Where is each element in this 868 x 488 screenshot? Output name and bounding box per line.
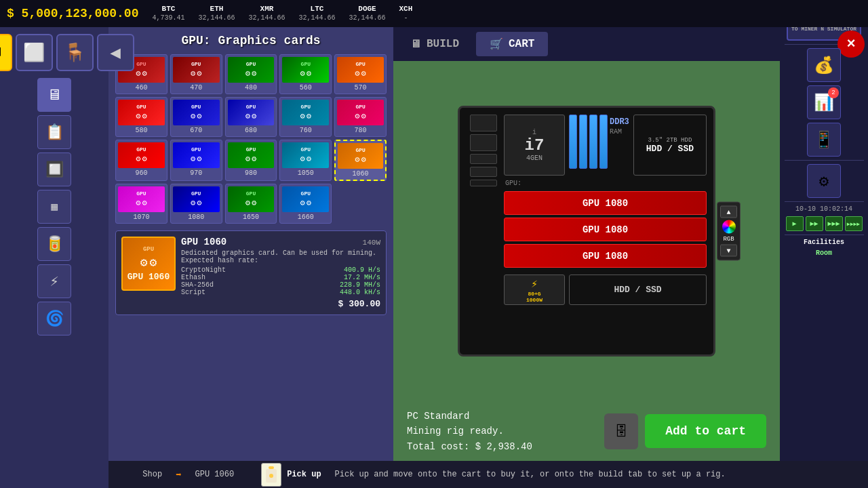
divider-3: [785, 201, 864, 202]
nav-item-cooling[interactable]: 🌀: [37, 302, 71, 336]
lightning-icon: ⚡: [531, 277, 538, 291]
gpu-card-1070[interactable]: GPU ⚙⚙ 1070: [115, 184, 167, 224]
nav-item-list[interactable]: 📋: [37, 115, 71, 149]
cart-icon: 🛒: [490, 37, 503, 51]
svg-rect-0: [269, 466, 274, 469]
pc-top-row: i i7 4GEN DDR3 RAM: [504, 115, 707, 176]
gpu-card-480[interactable]: GPU ⚙⚙ 480: [225, 54, 277, 94]
pc-slot-5: [470, 180, 497, 186]
gpu-card-970[interactable]: GPU ⚙⚙ 970: [170, 140, 222, 181]
nav-item-power[interactable]: ⚡: [37, 264, 71, 298]
gpu-slot-row: GPU 1080 GPU 1080 GPU 1080: [504, 191, 707, 268]
nav-icon-settings[interactable]: ⚙: [807, 164, 841, 198]
detail-price: $ 300.00: [181, 299, 380, 309]
pickup-icon: [261, 463, 281, 487]
nav-item-cpu[interactable]: 🔲: [37, 152, 71, 186]
gpu-card-570[interactable]: GPU ⚙⚙ 570: [334, 54, 387, 94]
rgb-control: ▲ RGB ▼: [717, 202, 741, 261]
svg-point-2: [269, 474, 273, 478]
fast-forward-btn[interactable]: ▶▶: [806, 216, 823, 231]
cart-tab[interactable]: 🛒 CART: [476, 32, 548, 56]
skip-btn[interactable]: ▶▶▶: [825, 216, 843, 231]
shop-panel: GPU: Graphics cards GPU ⚙⚙ 460 GPU ⚙⚙ 47…: [108, 27, 393, 461]
detail-description: Dedicated graphics card. Can be used for…: [181, 249, 380, 264]
psu-row: ⚡ 80+G 1000W HDD / SSD: [504, 274, 707, 305]
ram-stick-4: [599, 115, 608, 169]
room-label: Room: [816, 249, 832, 257]
gpu-card-1650[interactable]: GPU ⚙⚙ 1650: [225, 184, 277, 224]
total-cost: Total cost: $ 2,938.40: [407, 439, 532, 454]
crypto-xch: XCH -: [399, 5, 413, 22]
pc-slot-3: [470, 154, 497, 164]
gpu-card-1080[interactable]: GPU ⚙⚙ 1080: [170, 184, 222, 224]
ram-stick-3: [589, 115, 597, 169]
hash-row-cryptonight: CryptoNight 400.9 H/s: [181, 266, 380, 274]
nav-icon-3[interactable]: 📱: [807, 123, 841, 157]
build-tab[interactable]: 🖥 BUILD: [397, 33, 473, 56]
gpu-slot-1: GPU 1080: [504, 191, 707, 215]
nav-icon-1[interactable]: 💰: [807, 48, 841, 82]
hdd-bottom: HDD / SSD: [569, 274, 707, 305]
crypto-eth: ETH 32,144.66: [198, 5, 235, 22]
nav-item-pc[interactable]: 🖥: [37, 78, 71, 112]
gpu-card-580[interactable]: GPU ⚙⚙ 580: [115, 97, 167, 137]
crypto-ltc: LTC 32,144.66: [298, 5, 335, 22]
hdd-main-label: HDD / SSD: [646, 144, 694, 154]
pc-slot-4: [470, 167, 497, 177]
gpu-card-1060[interactable]: GPU ⚙⚙ 1060: [334, 140, 387, 181]
hash-row-sha256: SHA-256d 228.9 MH/s: [181, 281, 380, 289]
cart-icon-btn[interactable]: 🗄: [604, 413, 638, 449]
ram-stick-2: [579, 115, 587, 169]
nav-tab-shop[interactable]: 🏷: [0, 34, 12, 71]
close-button[interactable]: ×: [837, 30, 865, 58]
divider-4: [785, 235, 864, 235]
crypto-xmr: XMR 32,144.66: [248, 5, 285, 22]
left-sidebar: 🏷 ⬜ 🪑 ◀ 🖥 📋 🔲 ▦ 🥫 ⚡ 🌀: [0, 27, 108, 488]
detail-area: GPU ⚙ ⚙ GPU 1060 GPU 1060 140W Dedicated…: [115, 230, 387, 315]
pc-slot-2: [470, 134, 497, 151]
psu-unit: ⚡ 80+G 1000W: [504, 274, 565, 305]
gpu-card-560[interactable]: GPU ⚙⚙ 560: [279, 54, 332, 94]
tab-bar: 🖥 BUILD 🛒 CART: [393, 27, 780, 61]
build-icon: 🖥: [410, 38, 421, 51]
ddr-label: DDR3: [610, 117, 629, 127]
rgb-down-btn[interactable]: ▼: [720, 245, 737, 257]
ram-area: DDR3 RAM: [569, 115, 629, 176]
add-to-cart-button[interactable]: Add to cart: [645, 414, 766, 448]
gpu-card-680[interactable]: GPU ⚙⚙ 680: [225, 97, 277, 137]
gpu-card-1660[interactable]: GPU ⚙⚙ 1660: [279, 184, 332, 224]
pc-slot-1: [470, 115, 497, 131]
detail-gpu-icon: GPU ⚙ ⚙ GPU 1060: [121, 237, 176, 291]
gpu-card-470[interactable]: GPU ⚙⚙ 470: [170, 54, 222, 94]
bottom-hint: Pick up and move onto the cart to buy it…: [335, 470, 726, 479]
gpu-slot-2: GPU 1080: [504, 218, 707, 241]
build-info: PC Standard Mining rig ready. Total cost…: [393, 402, 780, 461]
gpu-card-960[interactable]: GPU ⚙⚙ 960: [115, 140, 167, 181]
pc-left-panel: [467, 115, 500, 348]
right-panel: 🖥 BUILD 🛒 CART i: [393, 27, 780, 461]
playback-controls: ▶ ▶▶ ▶▶▶ ▶▶▶▶: [783, 216, 866, 231]
gpu-card-760[interactable]: GPU ⚙⚙ 760: [279, 97, 332, 137]
nav-item-storage[interactable]: 🥫: [37, 227, 71, 261]
crypto-doge: DOGE 32,144.66: [349, 5, 386, 22]
rgb-up-btn[interactable]: ▲: [720, 206, 737, 218]
detail-info-panel: GPU 1060 140W Dedicated graphics card. C…: [181, 237, 380, 309]
crypto-btc: BTC 4,739.41: [152, 5, 184, 22]
build-display: i i7 4GEN DDR3 RAM: [393, 61, 780, 402]
nav-item-ram[interactable]: ▦: [37, 190, 71, 224]
play-btn[interactable]: ▶: [786, 216, 804, 231]
rgb-color-wheel: [722, 220, 736, 234]
nav-tab-back[interactable]: ◀: [97, 34, 134, 71]
nav-tab-floor[interactable]: ⬜: [16, 34, 53, 71]
gpu-card-980[interactable]: GPU ⚙⚙ 980: [225, 140, 277, 181]
hdd-size-label: 3.5" 2TB HDD: [648, 137, 692, 144]
super-skip-btn[interactable]: ▶▶▶▶: [845, 216, 863, 231]
gpu-card-1050[interactable]: GPU ⚙⚙ 1050: [279, 140, 332, 181]
psu-label: 80+G: [528, 291, 540, 297]
shop-title: GPU: Graphics cards: [115, 34, 387, 47]
gpu-card-780[interactable]: GPU ⚙⚙ 780: [334, 97, 387, 137]
nav-icon-2[interactable]: 📊 2: [807, 85, 841, 119]
time-display: 10-10 10:02:14: [795, 205, 852, 213]
gpu-card-670[interactable]: GPU ⚙⚙ 670: [170, 97, 222, 137]
nav-tab-chair[interactable]: 🪑: [56, 34, 94, 71]
